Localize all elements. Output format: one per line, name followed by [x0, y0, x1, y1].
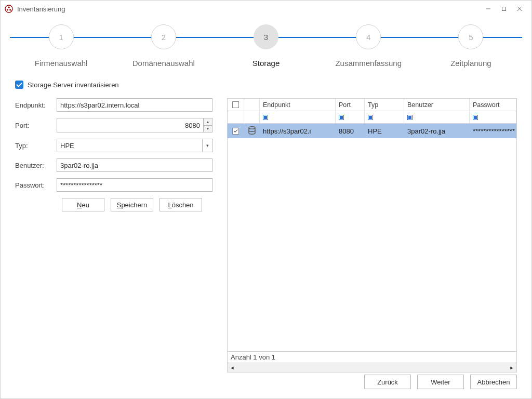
svg-point-2	[7, 9, 8, 10]
filter-icon	[368, 115, 373, 120]
step-2-label: Domänenauswahl	[132, 59, 195, 68]
svg-point-0	[5, 5, 12, 12]
filter-icon	[473, 115, 478, 120]
filter-icon	[339, 115, 344, 120]
filter-icon	[407, 115, 413, 120]
label-typ: Typ:	[15, 142, 57, 150]
titlebar: Inventarisierung	[1, 1, 531, 17]
filter-port[interactable]	[336, 111, 365, 123]
step-3-label: Storage	[252, 59, 280, 68]
wizard-stepper: 1 Firmenauswahl 2 Domänenauswahl 3 Stora…	[10, 21, 522, 73]
endpunkt-input[interactable]	[57, 98, 212, 112]
filter-typ[interactable]	[365, 111, 404, 123]
col-benutzer[interactable]: Benutzer	[404, 99, 470, 111]
minimize-button[interactable]	[481, 3, 496, 15]
filter-passwort[interactable]	[470, 111, 516, 123]
speichern-button-rest: peichern	[121, 201, 147, 209]
abbrechen-button[interactable]: Abbrechen	[470, 375, 517, 389]
step-3[interactable]: 3 Storage	[215, 21, 317, 68]
grid-body-empty	[228, 138, 516, 351]
port-input[interactable]	[57, 118, 203, 132]
step-4-circle: 4	[356, 24, 381, 49]
close-button[interactable]	[512, 3, 527, 15]
table-row[interactable]: https://s3par02.i 8080 HPE 3par02-ro.jja…	[228, 124, 516, 138]
loeschen-button-rest: öschen	[172, 201, 194, 209]
cell-port: 8080	[336, 127, 365, 135]
col-icon	[244, 99, 260, 111]
row-checkbox[interactable]	[232, 128, 239, 135]
cell-benutzer: 3par02-ro.jja	[404, 127, 470, 135]
inventorize-checkbox-row: Storage Server inventarisieren	[15, 81, 531, 89]
window-root: Inventarisierung 1 Firmenauswahl 2 Domän…	[0, 0, 532, 399]
grid-footer: Anzahl 1 von 1	[228, 351, 516, 363]
zurueck-button[interactable]: Zurück	[364, 375, 411, 389]
weiter-label: Weiter	[431, 378, 450, 386]
label-endpunkt: Endpunkt:	[15, 101, 57, 109]
step-5-label: Zeitplanung	[450, 59, 491, 68]
cell-endpunkt: https://s3par02.i	[260, 127, 336, 135]
step-1-circle: 1	[49, 24, 74, 49]
svg-rect-5	[502, 7, 506, 11]
col-passwort[interactable]: Passwort	[470, 99, 516, 111]
storage-form: Endpunkt: Port: ▲ ▼ Typ: HPE ▾	[15, 98, 212, 373]
speichern-button[interactable]: Speichern	[111, 198, 153, 211]
col-endpunkt[interactable]: Endpunkt	[260, 99, 336, 111]
benutzer-input[interactable]	[57, 158, 212, 172]
step-3-circle: 3	[254, 24, 278, 49]
step-1-label: Firmenauswahl	[35, 59, 88, 68]
grid-hscrollbar[interactable]: ◄ ►	[228, 363, 516, 372]
cell-typ: HPE	[365, 127, 404, 135]
passwort-input[interactable]	[57, 178, 212, 192]
step-4-label: Zusammenfassung	[335, 59, 402, 68]
loeschen-button[interactable]: Löschen	[159, 198, 202, 211]
app-icon	[5, 5, 13, 13]
port-step-down[interactable]: ▼	[203, 125, 212, 133]
col-check[interactable]	[228, 99, 244, 111]
typ-select[interactable]: HPE	[57, 139, 212, 152]
step-5-circle: 5	[458, 24, 483, 49]
header-checkbox-icon	[232, 101, 239, 108]
database-icon	[247, 126, 257, 137]
label-passwort: Passwort:	[15, 181, 57, 189]
svg-point-1	[8, 7, 9, 8]
cell-passwort: ****************	[470, 127, 516, 135]
svg-point-8	[249, 126, 255, 128]
typ-select-value: HPE	[60, 142, 74, 150]
col-typ[interactable]: Typ	[365, 99, 404, 111]
storage-grid: Endpunkt Port Typ Benutzer Passwort http…	[227, 98, 517, 373]
grid-count-label: Anzahl 1 von 1	[231, 353, 275, 361]
grid-filter-row	[228, 111, 516, 124]
neu-button-rest: eu	[82, 201, 89, 209]
zurueck-label: Zurück	[377, 378, 398, 386]
label-benutzer: Benutzer:	[15, 162, 57, 169]
grid-header: Endpunkt Port Typ Benutzer Passwort	[228, 99, 516, 111]
maximize-button[interactable]	[496, 3, 512, 15]
scroll-right-icon[interactable]: ►	[507, 363, 516, 373]
svg-point-3	[9, 9, 11, 10]
col-port[interactable]: Port	[336, 99, 365, 111]
window-title: Inventarisierung	[17, 5, 65, 13]
inventorize-checkbox[interactable]	[15, 81, 23, 89]
scroll-left-icon[interactable]: ◄	[228, 363, 237, 373]
weiter-button[interactable]: Weiter	[417, 375, 464, 389]
abbrechen-label: Abbrechen	[477, 378, 510, 386]
label-port: Port:	[15, 122, 57, 129]
step-5[interactable]: 5 Zeitplanung	[420, 21, 522, 68]
inventorize-checkbox-label: Storage Server inventarisieren	[28, 81, 119, 89]
step-2-circle: 2	[151, 24, 176, 49]
port-step-up[interactable]: ▲	[203, 118, 212, 125]
filter-endpunkt[interactable]	[260, 111, 336, 123]
step-1[interactable]: 1 Firmenauswahl	[10, 21, 112, 68]
chevron-down-icon[interactable]: ▾	[202, 139, 212, 152]
wizard-nav: Zurück Weiter Abbrechen	[364, 375, 517, 389]
step-2[interactable]: 2 Domänenauswahl	[112, 21, 215, 68]
neu-button[interactable]: Neu	[62, 198, 104, 211]
filter-benutzer[interactable]	[404, 111, 470, 123]
step-4[interactable]: 4 Zusammenfassung	[317, 21, 420, 68]
filter-icon	[263, 115, 268, 120]
